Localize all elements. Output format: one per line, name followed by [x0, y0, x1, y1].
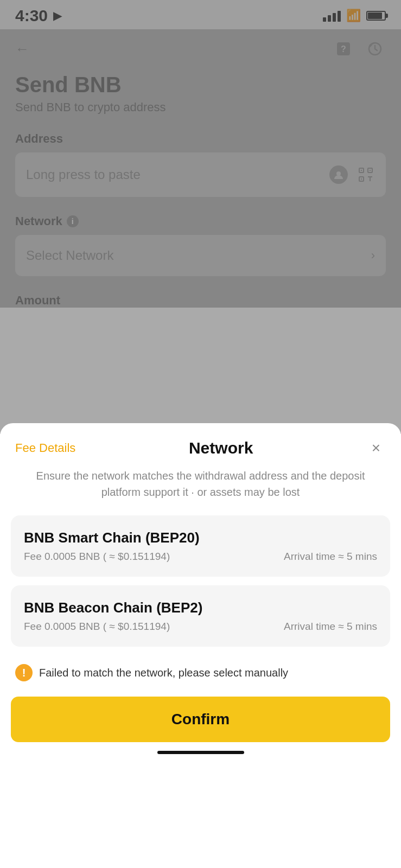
confirm-button[interactable]: Confirm — [11, 697, 390, 742]
network-arrival-bep2: Arrival time ≈ 5 mins — [284, 621, 377, 633]
network-fee-bep20: Fee 0.0005 BNB ( ≈ $0.151194) — [24, 551, 170, 563]
fee-details-button[interactable]: Fee Details — [15, 441, 75, 455]
network-details-bep20: Fee 0.0005 BNB ( ≈ $0.151194) Arrival ti… — [24, 551, 377, 563]
home-indicator — [157, 751, 244, 754]
overlay-dim — [0, 0, 401, 434]
network-name-bep2: BNB Beacon Chain (BEP2) — [24, 599, 377, 616]
network-arrival-bep20: Arrival time ≈ 5 mins — [284, 551, 377, 563]
warning-icon: ! — [15, 664, 33, 681]
sheet-title: Network — [189, 439, 253, 457]
network-option-bep20[interactable]: BNB Smart Chain (BEP20) Fee 0.0005 BNB (… — [11, 515, 390, 577]
network-name-bep20: BNB Smart Chain (BEP20) — [24, 529, 377, 546]
sheet-warning: Ensure the network matches the withdrawa… — [0, 468, 401, 500]
network-details-bep2: Fee 0.0005 BNB ( ≈ $0.151194) Arrival ti… — [24, 621, 377, 633]
network-bottom-sheet: Fee Details Network × Ensure the network… — [0, 423, 401, 868]
match-warning-text: Failed to match the network, please sele… — [39, 667, 288, 679]
sheet-header: Fee Details Network × — [0, 423, 401, 458]
close-button[interactable]: × — [366, 438, 386, 458]
network-fee-bep2: Fee 0.0005 BNB ( ≈ $0.151194) — [24, 621, 170, 633]
network-option-bep2[interactable]: BNB Beacon Chain (BEP2) Fee 0.0005 BNB (… — [11, 585, 390, 647]
match-warning-row: ! Failed to match the network, please se… — [0, 655, 401, 692]
